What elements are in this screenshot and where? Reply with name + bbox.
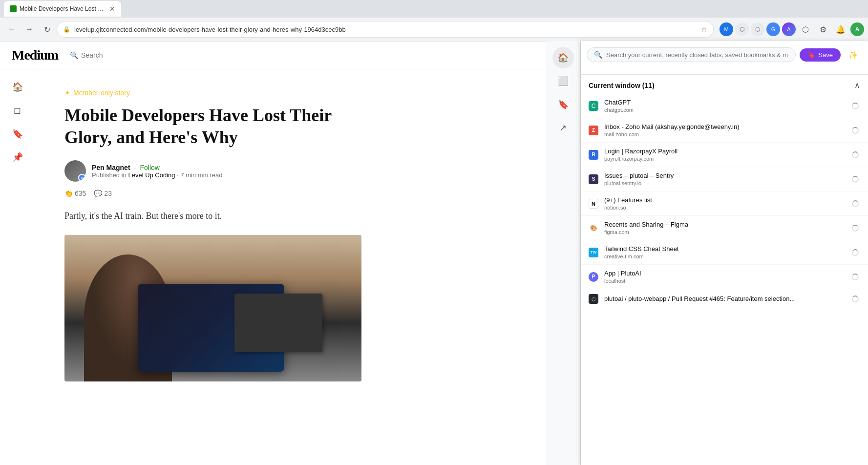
author-avatar[interactable]: ∞ [64,160,86,182]
figma-favicon: 🎨 [589,223,598,233]
tab-item[interactable]: Z Inbox - Zoho Mail (akshay.yelgonde@twe… [581,118,868,143]
tab-item-url: mail.zoho.com [604,131,845,137]
forward-button[interactable]: → [21,21,37,37]
tab-item[interactable]: S Issues – plutoai – Sentry plutoai.sent… [581,167,868,191]
zoho-favicon: Z [589,126,598,135]
tab-item-info: Issues – plutoai – Sentry plutoai.sentry… [604,172,845,186]
search-label: Search [81,51,103,59]
panel-export-icon[interactable]: ↗ [552,117,574,139]
tab-favicon [10,5,17,12]
medium-sidebar: 🏠 ◻ 🔖 📌 [0,69,35,465]
sidebar-pin-icon[interactable]: 📌 [8,148,27,167]
razorpay-favicon: R [589,150,598,160]
sync-button[interactable]: ⚙ [815,21,831,37]
tab-item-title: Tailwind CSS Cheat Sheet [604,245,845,253]
tab-item-url: figma.com [604,229,845,235]
ext-icon-4[interactable]: G [766,22,780,36]
back-button[interactable]: ← [4,21,20,37]
address-bar-input[interactable] [74,26,697,33]
tab-loading-spinner [850,101,860,111]
reload-button[interactable]: ↻ [39,21,55,37]
tab-item-url: notion.so [604,205,845,211]
tailwind-favicon: TW [589,248,598,257]
star-icon[interactable]: ☆ [701,25,707,33]
tab-item-info: Recents and Sharing – Figma figma.com [604,221,845,235]
claps-count: 635 [75,190,86,197]
tab-item[interactable]: 🎨 Recents and Sharing – Figma figma.com [581,216,868,240]
tab-item-title: (9+) Features list [604,196,845,204]
stats-row: 👏 635 💬 23 [64,190,361,197]
publication-link[interactable]: Level Up Coding [128,171,175,179]
collapse-button[interactable]: ∧ [854,81,860,90]
tab-item-title: Inbox - Zoho Mail (akshay.yelgonde@tween… [604,123,845,130]
address-bar-container[interactable]: 🔒 ☆ [57,21,714,38]
nav-bar: ← → ↻ 🔒 ☆ M ⬡ ⬡ G A ⬡ ⚙ 🔔 A [0,18,868,41]
nav-icons: M ⬡ ⬡ G A ⬡ ⚙ 🔔 A [720,21,864,37]
tab-item-info: ChatGPT chatgpt.com [604,99,845,113]
sidebar-bookmark-icon[interactable]: ◻ [8,101,27,120]
github-favicon: ⬡ [589,294,598,304]
panel-bookmark-icon[interactable]: 🔖 [552,94,574,115]
search-button[interactable]: 🔍 Search [70,51,103,59]
active-tab[interactable]: Mobile Developers Have Lost Their Glory,… [4,1,121,17]
follow-button[interactable]: Follow [140,164,159,171]
tab-item-info: Inbox - Zoho Mail (akshay.yelgonde@tween… [604,123,845,137]
article-intro: Partly, it's the AI train. But there's m… [64,209,361,223]
tab-item-url: creative-tim.com [604,254,845,259]
claps-stat[interactable]: 👏 635 [64,190,86,197]
member-badge-text: Member-only story [73,89,130,97]
sentry-favicon: S [589,174,598,184]
author-name-row: Pen Magnet · Follow [92,164,222,171]
tab-item[interactable]: R Login | RazorpayX Payroll payroll.razo… [581,143,868,167]
tab-loading-spinner [850,150,860,160]
read-time: · 7 min min read [177,171,222,179]
ext-icon-2[interactable]: ⬡ [735,22,749,36]
sidebar-saved-icon[interactable]: 🔖 [8,124,27,144]
tab-loading-spinner [850,199,860,209]
separator: · [134,164,136,171]
tab-item[interactable]: P App | PlutoAI localhost [581,265,868,289]
tab-item[interactable]: TW Tailwind CSS Cheat Sheet creative-tim… [581,240,868,265]
tab-loading-spinner [850,248,860,257]
extensions-button[interactable]: ⬡ [798,21,813,37]
tab-item-title: plutoai / pluto-webapp / Pull Request #4… [604,295,845,302]
tab-loading-spinner [850,223,860,233]
author-row: ∞ Pen Magnet · Follow Published in Level… [64,160,361,182]
ext-icon-3[interactable]: ⬡ [751,22,764,36]
tab-item-title: Issues – plutoai – Sentry [604,172,845,179]
tab-loading-spinner [850,294,860,304]
panel-tabs-icon[interactable]: ⬜ [552,70,574,92]
bookmark-panel: 🔍 🔖 Save ✨ Current window (11) ∧ [581,69,868,465]
tab-title: Mobile Developers Have Lost Their Glory,… [20,5,106,12]
sidebar-home-icon[interactable]: 🏠 [8,77,27,97]
tab-item-url: payroll.razorpay.com [604,156,845,162]
tab-item-info: App | PlutoAI localhost [604,270,845,284]
tab-item-info: Login | RazorpayX Payroll payroll.razorp… [604,148,845,162]
pluto-favicon: P [589,272,598,282]
author-publication-badge: ∞ [78,174,86,182]
ext-icon-1[interactable]: M [720,22,733,36]
tab-loading-spinner [850,272,860,282]
comments-stat[interactable]: 💬 23 [94,190,112,197]
tab-item[interactable]: C ChatGPT chatgpt.com [581,94,868,118]
author-name[interactable]: Pen Magnet [92,164,130,171]
medium-logo[interactable]: Medium [12,47,58,63]
article-title: Mobile Developers Have Lost Their Glory,… [64,105,361,148]
tab-close-button[interactable]: ✕ [109,5,115,13]
panel-search-area: 🔍 🔖 Save ✨ [581,69,868,75]
tab-loading-spinner [850,174,860,184]
tab-item[interactable]: ⬡ plutoai / pluto-webapp / Pull Request … [581,289,868,309]
lock-icon: 🔒 [63,26,70,33]
tab-loading-spinner [850,126,860,135]
clap-icon: 👏 [64,190,73,197]
profile-extensions-button[interactable]: A [782,22,796,36]
tab-item-title: Recents and Sharing – Figma [604,221,845,228]
tab-item-url: plutoai.sentry.io [604,180,845,186]
comments-count: 23 [104,190,112,197]
article-area: ✦ Member-only story Mobile Developers Ha… [35,69,391,465]
notification-button[interactable]: 🔔 [833,21,848,37]
profile-avatar-button[interactable]: A [850,22,864,36]
page-wrapper: Medium 🔍 Search 🔔 A 🏠 ◻ 🔖 📌 ✦ Member-onl… [0,42,868,465]
tab-item[interactable]: N (9+) Features list notion.so [581,191,868,216]
notion-favicon: N [589,199,598,209]
